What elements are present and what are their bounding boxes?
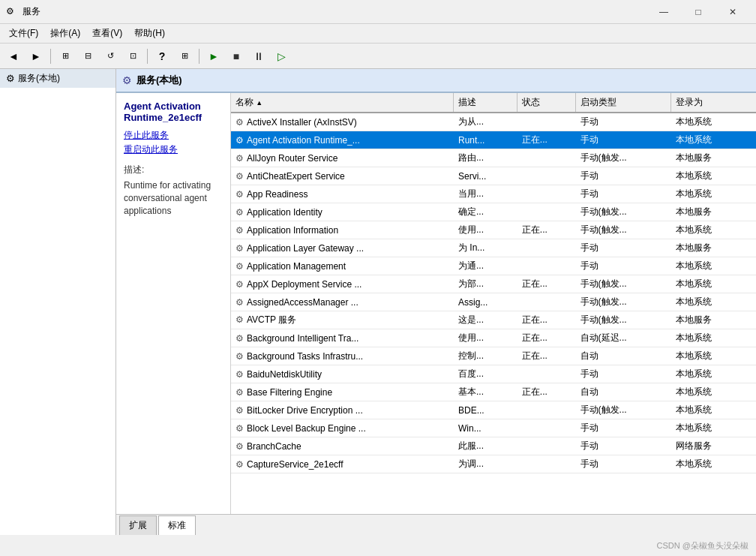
start-service-button[interactable]: ►: [203, 46, 224, 67]
toolbar-export-button[interactable]: ⊞: [174, 46, 195, 67]
cell-status: 正在...: [518, 311, 576, 329]
tab-extend[interactable]: 扩展: [119, 515, 157, 535]
main-container: ⚙ 服务(本地) ⚙ 服务(本地) Agent ActivationRuntim…: [0, 69, 756, 535]
row-gear-icon: ⚙: [236, 297, 244, 308]
table-row[interactable]: ⚙BranchCache此服...手动网络服务: [231, 437, 756, 455]
toolbar: ◄ ► ⊞ ⊟ ↺ ⊡ ? ⊞ ► ■ ⏸ ▷: [0, 44, 756, 69]
row-gear-icon: ⚙: [236, 225, 244, 236]
toolbar-btn-3[interactable]: ↺: [100, 46, 121, 67]
col-header-status[interactable]: 状态: [518, 93, 576, 113]
services-header-title: 服务(本地): [136, 74, 182, 87]
toolbar-btn-4[interactable]: ⊡: [122, 46, 143, 67]
col-header-name[interactable]: 名称 ▲: [231, 93, 454, 113]
cell-login: 本地系统: [671, 167, 756, 185]
restart-service-link[interactable]: 重启动此服务: [124, 143, 223, 156]
cell-startup: 手动: [576, 239, 671, 257]
menu-view[interactable]: 查看(V): [86, 25, 128, 42]
stop-service-link[interactable]: 停止此服务: [124, 129, 223, 142]
col-header-startup[interactable]: 启动类型: [576, 93, 671, 113]
table-row[interactable]: ⚙Agent Activation Runtime_...Runt...正在..…: [231, 131, 756, 149]
cell-desc: BDE...: [454, 401, 518, 419]
cell-login: 本地服务: [671, 203, 756, 221]
table-row[interactable]: ⚙AssignedAccessManager ...Assig...手动(触发.…: [231, 293, 756, 311]
table-row[interactable]: ⚙Block Level Backup Engine ...Win...手动本地…: [231, 419, 756, 437]
col-header-login[interactable]: 登录为: [671, 93, 756, 113]
cell-name: ⚙ActiveX Installer (AxInstSV): [231, 113, 454, 131]
cell-login: 本地系统: [671, 293, 756, 311]
toolbar-sep-3: [199, 49, 200, 64]
menu-bar: 文件(F) 操作(A) 查看(V) 帮助(H): [0, 24, 756, 44]
table-row[interactable]: ⚙Application Layer Gateway ...为 In...手动本…: [231, 239, 756, 257]
stop-service-button[interactable]: ■: [226, 46, 247, 67]
menu-help[interactable]: 帮助(H): [128, 25, 171, 42]
row-gear-icon: ⚙: [236, 314, 244, 325]
table-row[interactable]: ⚙BitLocker Drive Encryption ...BDE...手动(…: [231, 401, 756, 419]
row-gear-icon: ⚙: [236, 135, 244, 146]
row-gear-icon: ⚙: [236, 423, 244, 434]
table-row[interactable]: ⚙Background Intelligent Tra...使用...正在...…: [231, 329, 756, 347]
cell-login: 网络服务: [671, 437, 756, 455]
cell-desc: 为调...: [454, 455, 518, 473]
title-bar: ⚙ 服务 — □ ✕: [0, 0, 756, 24]
cell-login: 本地系统: [671, 257, 756, 275]
table-row[interactable]: ⚙Base Filtering Engine基本...正在...自动本地系统: [231, 383, 756, 401]
cell-desc: 使用...: [454, 221, 518, 239]
menu-actions[interactable]: 操作(A): [44, 25, 86, 42]
table-row[interactable]: ⚙Application Identity确定...手动(触发...本地服务: [231, 203, 756, 221]
forward-button[interactable]: ►: [26, 46, 46, 67]
app-icon: ⚙: [6, 6, 18, 18]
cell-name: ⚙App Readiness: [231, 185, 454, 203]
pause-service-button[interactable]: ⏸: [248, 46, 269, 67]
cell-status: [518, 293, 576, 311]
table-row[interactable]: ⚙Application Management为通...手动本地系统: [231, 257, 756, 275]
tab-standard[interactable]: 标准: [158, 515, 196, 535]
left-panel: ⚙ 服务(本地): [0, 69, 116, 535]
table-row[interactable]: ⚙AntiCheatExpert ServiceServi...手动本地系统: [231, 167, 756, 185]
cell-name: ⚙Application Identity: [231, 203, 454, 221]
menu-file[interactable]: 文件(F): [3, 25, 44, 42]
cell-status: [518, 401, 576, 419]
col-header-desc[interactable]: 描述: [454, 93, 518, 113]
cell-name: ⚙AppX Deployment Service ...: [231, 275, 454, 293]
cell-name: ⚙BaiduNetdiskUtility: [231, 365, 454, 383]
cell-status: [518, 185, 576, 203]
cell-desc: 为从...: [454, 113, 518, 131]
row-gear-icon: ⚙: [236, 279, 244, 290]
toolbar-btn-2[interactable]: ⊟: [77, 46, 98, 67]
cell-name: ⚙Application Information: [231, 221, 454, 239]
cell-name: ⚙Base Filtering Engine: [231, 383, 454, 401]
table-row[interactable]: ⚙AppX Deployment Service ...为部...正在...手动…: [231, 275, 756, 293]
table-row[interactable]: ⚙App Readiness当用...手动本地系统: [231, 185, 756, 203]
cell-status: [518, 113, 576, 131]
back-button[interactable]: ◄: [3, 46, 24, 67]
table-row[interactable]: ⚙Background Tasks Infrastru...控制...正在...…: [231, 347, 756, 365]
cell-startup: 手动: [576, 419, 671, 437]
cell-desc: 确定...: [454, 203, 518, 221]
cell-name: ⚙AllJoyn Router Service: [231, 149, 454, 167]
description-label: 描述:: [124, 164, 223, 176]
services-table-wrapper[interactable]: 名称 ▲ 描述 状态 启动类型 登录为 ⚙ActiveX Installer (…: [231, 93, 756, 514]
minimize-button[interactable]: —: [646, 0, 681, 24]
resume-service-button[interactable]: ▷: [271, 46, 292, 67]
maximize-button[interactable]: □: [681, 0, 716, 24]
cell-startup: 自动(延迟...: [576, 329, 671, 347]
table-row[interactable]: ⚙BaiduNetdiskUtility百度...手动本地系统: [231, 365, 756, 383]
table-row[interactable]: ⚙ActiveX Installer (AxInstSV)为从...手动本地系统: [231, 113, 756, 131]
description-text: Runtime for activating conversational ag…: [124, 179, 223, 217]
table-row[interactable]: ⚙AVCTP 服务这是...正在...手动(触发...本地服务: [231, 311, 756, 329]
close-button[interactable]: ✕: [716, 0, 750, 24]
table-row[interactable]: ⚙Application Information使用...正在...手动(触发.…: [231, 221, 756, 239]
cell-name: ⚙AssignedAccessManager ...: [231, 293, 454, 311]
row-gear-icon: ⚙: [236, 387, 244, 398]
cell-name: ⚙Block Level Backup Engine ...: [231, 419, 454, 437]
table-row[interactable]: ⚙CaptureService_2e1ecff为调...手动本地系统: [231, 455, 756, 473]
cell-status: 正在...: [518, 329, 576, 347]
row-gear-icon: ⚙: [236, 441, 244, 452]
selected-service-name: Agent ActivationRuntime_2e1ecff: [124, 101, 223, 123]
sidebar-item-local-services[interactable]: ⚙ 服务(本地): [0, 69, 116, 88]
cell-desc: Assig...: [454, 293, 518, 311]
toolbar-help-button[interactable]: ?: [152, 46, 172, 67]
toolbar-btn-1[interactable]: ⊞: [55, 46, 76, 67]
row-gear-icon: ⚙: [236, 117, 244, 128]
table-row[interactable]: ⚙AllJoyn Router Service路由...手动(触发...本地服务: [231, 149, 756, 167]
